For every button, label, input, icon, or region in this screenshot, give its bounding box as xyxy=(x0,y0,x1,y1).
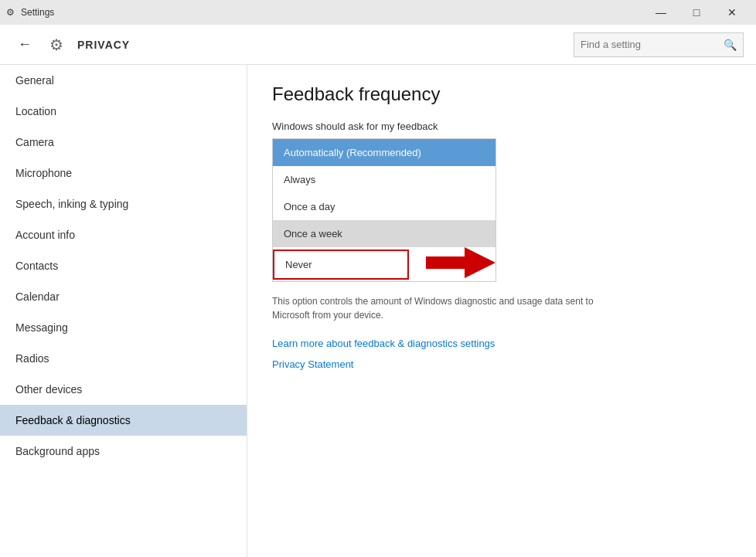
option-auto[interactable]: Automatically (Recommended) xyxy=(273,139,495,166)
app-shell: ← ⚙ PRIVACY 🔍 General Location Camera Mi… xyxy=(0,25,756,557)
search-input[interactable] xyxy=(581,39,719,50)
svg-marker-0 xyxy=(426,247,495,278)
option-always[interactable]: Always xyxy=(273,166,495,193)
option-never[interactable]: Never xyxy=(273,250,409,280)
titlebar-controls: — □ ✕ xyxy=(643,0,750,25)
learn-more-link[interactable]: Learn more about feedback & diagnostics … xyxy=(272,338,731,349)
sidebar-item-feedback-diagnostics[interactable]: Feedback & diagnostics xyxy=(0,405,247,436)
search-icon: 🔍 xyxy=(724,39,737,51)
option-once-a-week[interactable]: Once a week xyxy=(273,220,495,247)
sidebar-item-contacts[interactable]: Contacts xyxy=(0,250,247,281)
feedback-frequency-list: Automatically (Recommended) Always Once … xyxy=(272,138,496,282)
app-title-area: ⚙ PRIVACY xyxy=(49,36,561,54)
header: ← ⚙ PRIVACY 🔍 xyxy=(0,25,756,65)
sidebar-item-other-devices[interactable]: Other devices xyxy=(0,374,247,405)
option-once-a-day[interactable]: Once a day xyxy=(273,193,495,220)
sidebar-item-microphone[interactable]: Microphone xyxy=(0,158,247,188)
app-title: PRIVACY xyxy=(77,39,130,51)
minimize-button[interactable]: — xyxy=(643,0,679,25)
main-content: General Location Camera Microphone Speec… xyxy=(0,65,756,557)
search-box[interactable]: 🔍 xyxy=(574,32,744,57)
page-title: Feedback frequency xyxy=(272,83,731,105)
titlebar-title: Settings xyxy=(21,7,54,18)
sidebar-item-general[interactable]: General xyxy=(0,65,247,96)
sidebar-item-location[interactable]: Location xyxy=(0,96,247,127)
red-arrow-annotation xyxy=(418,247,495,281)
section-label: Windows should ask for my feedback xyxy=(272,121,731,132)
sidebar-item-calendar[interactable]: Calendar xyxy=(0,281,247,312)
sidebar-item-radios[interactable]: Radios xyxy=(0,343,247,374)
right-panel: Feedback frequency Windows should ask fo… xyxy=(247,65,756,557)
sidebar-item-messaging[interactable]: Messaging xyxy=(0,312,247,343)
info-text: This option controls the amount of Windo… xyxy=(272,294,620,322)
back-button[interactable]: ← xyxy=(12,32,37,57)
titlebar-left: ⚙ Settings xyxy=(6,7,54,18)
sidebar: General Location Camera Microphone Speec… xyxy=(0,65,247,557)
maximize-button[interactable]: □ xyxy=(679,0,714,25)
sidebar-item-speech[interactable]: Speech, inking & typing xyxy=(0,188,247,219)
titlebar: ⚙ Settings — □ ✕ xyxy=(0,0,756,25)
never-row: Never xyxy=(273,247,495,281)
sidebar-item-account-info[interactable]: Account info xyxy=(0,219,247,250)
titlebar-app-icon: ⚙ xyxy=(6,7,15,18)
sidebar-item-background-apps[interactable]: Background apps xyxy=(0,436,247,467)
settings-gear-icon: ⚙ xyxy=(49,36,68,54)
sidebar-item-camera[interactable]: Camera xyxy=(0,127,247,158)
privacy-statement-link[interactable]: Privacy Statement xyxy=(272,358,731,370)
close-button[interactable]: ✕ xyxy=(714,0,750,25)
